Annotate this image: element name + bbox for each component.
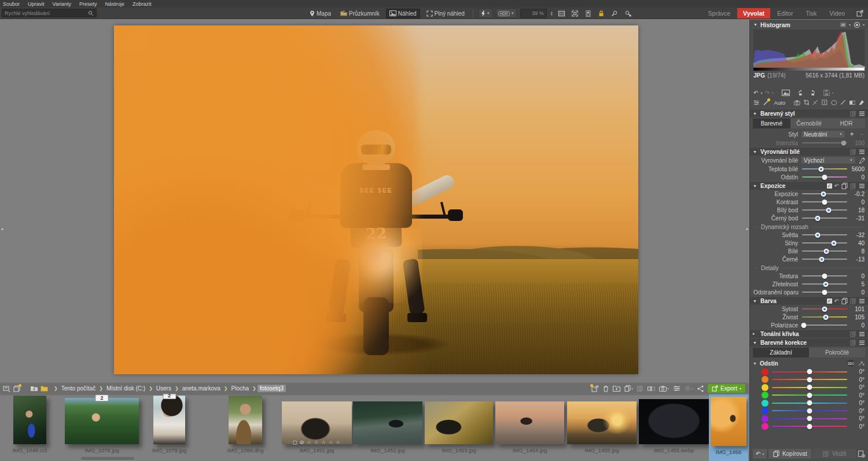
section-color-correction[interactable]: ▼Barevné korekce <box>750 338 868 346</box>
fit-to-screen-button[interactable] <box>570 9 580 18</box>
folder-tree-icon[interactable] <box>3 385 11 392</box>
style-tab[interactable]: Barevné <box>753 119 790 128</box>
histogram-overlay-button[interactable]: ▾ <box>840 22 851 28</box>
filmstrip-cell[interactable]: IMG_1452.jpg <box>353 396 422 453</box>
hue-slider-track[interactable] <box>772 410 847 411</box>
exposure-enabled-checkbox[interactable]: ✓ <box>827 183 832 189</box>
hue-slider-track[interactable] <box>772 394 847 396</box>
thumbnail-image[interactable] <box>229 396 262 444</box>
share-icon[interactable] <box>697 385 704 392</box>
slider-thumb[interactable] <box>821 191 826 197</box>
filter-settings-icon[interactable] <box>673 385 681 392</box>
hue-slider-thumb[interactable] <box>807 416 812 421</box>
slider-track[interactable] <box>802 201 847 202</box>
hue-color-dot[interactable] <box>762 392 768 399</box>
footer-undo-button[interactable]: ↶ ▾ <box>753 449 767 459</box>
section-color-style[interactable]: ▼Barevný styl <box>750 109 868 117</box>
hdr-button[interactable]: HDR ▼ <box>496 9 517 18</box>
hue-slider-track[interactable] <box>772 426 847 427</box>
paste-settings-button[interactable]: Vložit <box>813 449 856 459</box>
menu-icon[interactable] <box>859 149 865 154</box>
menu-icon[interactable] <box>859 331 865 337</box>
hue-color-dot[interactable] <box>762 407 768 414</box>
histogram-channel-button[interactable]: ▾ <box>854 21 865 28</box>
slider-thumb[interactable] <box>822 290 827 295</box>
thumbnail-image[interactable]: 2 <box>65 398 139 444</box>
slider-thumb[interactable] <box>818 167 823 172</box>
hue-slider-track[interactable] <box>772 418 847 419</box>
zoom-100-button[interactable] <box>557 9 567 18</box>
section-tone-curve[interactable]: ▸Tonální křivka <box>750 329 868 338</box>
sliders-icon[interactable] <box>753 99 759 106</box>
flash-auto-button[interactable]: ▼ <box>479 9 492 18</box>
breadcrumb-item[interactable]: Tento počítač <box>59 385 98 392</box>
explorer-button[interactable]: Průzkumník <box>337 9 382 18</box>
slider-thumb[interactable] <box>824 249 829 254</box>
breadcrumb-item[interactable]: Místní disk (C:) <box>104 385 148 392</box>
gradient-filter-icon[interactable] <box>849 100 855 105</box>
menu-icon[interactable] <box>859 183 865 189</box>
thumbnail-image[interactable]: ◻ ⊘ ☆ ☆ ☆ ☆ ☆ <box>282 401 352 444</box>
slider-track[interactable] <box>802 250 847 252</box>
paste-icon[interactable] <box>850 340 856 346</box>
hue-color-dot[interactable] <box>762 423 768 430</box>
compare-view-button[interactable] <box>583 9 593 18</box>
hue-slider-thumb[interactable] <box>807 393 812 398</box>
slider-track[interactable] <box>802 283 847 285</box>
slider-track[interactable] <box>802 316 847 318</box>
undo-dropdown[interactable]: ▾ <box>760 91 762 95</box>
preview-button[interactable]: Náhled <box>386 9 420 19</box>
redo-dropdown[interactable]: ▾ <box>772 91 774 95</box>
original-preview-icon[interactable] <box>782 90 790 96</box>
menu-item[interactable]: Upravit <box>28 1 45 7</box>
module-tab[interactable]: Správce <box>703 8 737 19</box>
slider-track[interactable] <box>802 168 847 169</box>
breadcrumb-item[interactable]: Users <box>154 385 174 392</box>
rotate-right-icon[interactable] <box>808 90 815 96</box>
slider-thumb[interactable] <box>823 282 828 287</box>
slider-track[interactable] <box>802 259 847 260</box>
slider-track[interactable] <box>802 234 847 235</box>
module-tab[interactable]: Tisk <box>800 8 822 19</box>
paste-icon[interactable] <box>850 331 856 337</box>
new-folder-icon[interactable] <box>613 385 620 392</box>
slider-thumb[interactable] <box>815 216 821 221</box>
paste-icon[interactable] <box>850 149 856 155</box>
zoom-drag-button[interactable] <box>610 9 620 18</box>
rotate-left-icon[interactable] <box>798 90 806 96</box>
style-select[interactable]: Neutrální▼ <box>801 130 845 138</box>
slider-track[interactable] <box>802 242 847 244</box>
slider-thumb[interactable] <box>831 241 836 246</box>
hue-color-dot[interactable] <box>762 368 768 375</box>
hue-slider-thumb[interactable] <box>807 408 812 414</box>
hue-slider-thumb[interactable] <box>807 369 812 374</box>
collapse-icon[interactable]: ▼ <box>753 23 757 27</box>
section-color[interactable]: ▼Barva ✓ ↶ <box>750 296 868 305</box>
linear-filter-icon[interactable] <box>840 99 846 106</box>
open-in-editor-button[interactable] <box>591 385 599 392</box>
redo-button[interactable]: ↷ <box>764 90 769 96</box>
hue-color-dot[interactable] <box>762 384 768 391</box>
paste-icon[interactable] <box>850 110 856 117</box>
eyedropper-icon[interactable] <box>859 157 865 164</box>
slider-track[interactable] <box>802 292 847 293</box>
degrees-mode-badge[interactable]: 360 <box>847 360 855 367</box>
slider-track[interactable] <box>802 275 847 276</box>
undo-button[interactable]: ↶ <box>753 90 758 96</box>
menu-item[interactable]: Presety <box>79 1 97 7</box>
zoom-level-input[interactable]: 39 % <box>520 9 547 18</box>
lock-button[interactable] <box>597 9 606 18</box>
breadcrumb-item[interactable]: fotosetq3 <box>258 385 286 392</box>
copy-icon[interactable] <box>841 298 848 304</box>
detach-window-button[interactable] <box>856 10 863 17</box>
thumbnail-image[interactable] <box>13 396 46 444</box>
slider-thumb[interactable] <box>822 274 827 279</box>
style-tab[interactable]: Černobílé <box>790 119 828 128</box>
exposure-reset-button[interactable]: ↶ <box>834 183 839 189</box>
trash-icon[interactable] <box>603 385 609 392</box>
thumbnail-image[interactable] <box>425 401 493 444</box>
slider-track[interactable] <box>802 217 847 219</box>
camera-import-button[interactable]: ▾ <box>659 386 669 392</box>
radial-filter-icon[interactable] <box>831 99 837 106</box>
hue-slider-track[interactable] <box>772 371 847 373</box>
